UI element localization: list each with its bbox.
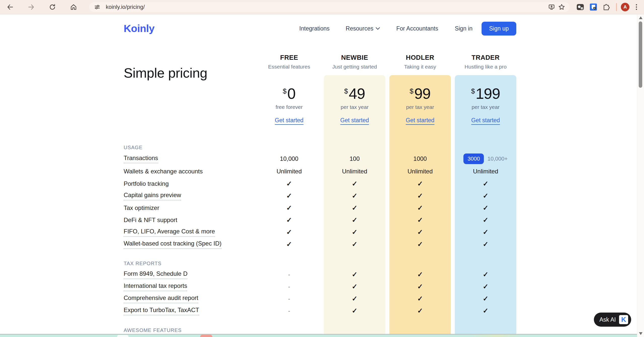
nav-for-accountants-label: For Accountants	[396, 25, 438, 32]
get-started-link-hodler[interactable]: Get started	[406, 117, 434, 124]
site-info-icon[interactable]	[92, 2, 102, 12]
check-icon: ✓	[352, 307, 358, 315]
feature-label: Portfolio tracking	[124, 180, 169, 187]
feature-value-newbie: ✓	[324, 293, 385, 305]
section-header-tax-reports: TAX REPORTS	[124, 258, 516, 268]
feature-value-newbie: ✓	[324, 226, 385, 238]
sign-up-button[interactable]: Sign up	[482, 22, 516, 36]
plan-cta-cell-free: Get started	[258, 113, 320, 131]
nav-for-accountants[interactable]: For Accountants	[396, 25, 438, 32]
feature-value-hodler: ✓	[389, 281, 451, 293]
feature-value-newbie: ✓	[324, 190, 385, 202]
forward-button[interactable]	[26, 2, 37, 13]
check-icon: ✓	[417, 307, 423, 315]
extension-password-button[interactable]	[588, 2, 598, 12]
reload-button[interactable]	[47, 2, 58, 13]
plan-header-trader: TRADERHustling like a pro	[455, 52, 516, 75]
feature-label-tooltip[interactable]: Wallet-based cost tracking (Spec ID)	[124, 240, 222, 249]
check-icon: ✓	[286, 204, 292, 212]
feature-label-tooltip[interactable]: International tax reports	[124, 282, 187, 291]
peek-red-element	[200, 335, 212, 337]
transactions-option-more[interactable]: 10,000+	[487, 156, 507, 162]
plan-price-hodler: $99per tax year	[389, 75, 451, 113]
sign-in-link[interactable]: Sign in	[455, 25, 472, 32]
feature-value-newbie: ✓	[324, 214, 385, 226]
currency-symbol: $	[344, 87, 348, 95]
price-amount: 49	[349, 86, 365, 101]
section-title: USAGE	[124, 145, 143, 150]
home-button[interactable]	[68, 2, 79, 13]
feature-label-tooltip[interactable]: Transactions	[124, 155, 158, 163]
feature-label-tooltip[interactable]: Capital gains preview	[124, 192, 181, 200]
feature-row-capital-gains-preview: Capital gains preview	[124, 190, 254, 202]
plan-cta-cell-newbie: Get started	[324, 113, 385, 131]
ask-ai-label: Ask AI	[599, 316, 616, 323]
check-icon: ✓	[417, 216, 423, 224]
forward-arrow-icon	[28, 4, 35, 11]
install-app-button[interactable]	[547, 2, 557, 12]
feature-value-free: ✓	[258, 178, 320, 190]
feature-value-hodler: ✓	[389, 226, 451, 238]
feature-value-newbie: ✓	[324, 268, 385, 281]
feature-value-free: 10,000	[258, 152, 320, 165]
section-title: TAX REPORTS	[124, 261, 161, 266]
ask-ai-button[interactable]: Ask AI K	[594, 313, 631, 327]
row-spacer	[124, 131, 516, 142]
url-text[interactable]: koinly.io/pricing/	[106, 4, 145, 10]
extensions-puzzle-button[interactable]	[601, 2, 612, 12]
feature-value-free: -	[258, 305, 320, 317]
feature-value-hodler: ✓	[389, 238, 451, 250]
feature-value-newbie: ✓	[324, 202, 385, 214]
koinly-logo[interactable]: Koinly	[124, 23, 154, 35]
get-started-link-trader[interactable]: Get started	[471, 117, 500, 124]
check-icon: ✓	[417, 240, 423, 248]
browser-menu-button[interactable]	[632, 2, 641, 12]
feature-value-trader: ✓	[455, 190, 516, 202]
next-section-peek	[0, 334, 637, 337]
nav-resources[interactable]: Resources	[346, 25, 380, 32]
check-icon: ✓	[352, 216, 358, 224]
page-scrollbar[interactable]	[637, 14, 644, 337]
plan-subtitle: Taking it easy	[404, 64, 436, 70]
feature-value-trader: ✓	[455, 268, 516, 281]
scroll-up-arrow-icon[interactable]	[639, 16, 642, 19]
nav-integrations[interactable]: Integrations	[299, 25, 329, 32]
feature-value-newbie: Unlimited	[324, 165, 385, 178]
transactions-chip-selected[interactable]: 3000	[463, 154, 484, 164]
value-text: 100	[350, 155, 360, 162]
feature-row-wallet-based-cost-tracking-spec-id: Wallet-based cost tracking (Spec ID)	[124, 238, 254, 250]
feature-value-free: ✓	[258, 238, 320, 250]
feature-value-newbie: ✓	[324, 281, 385, 293]
extension-recorder-button[interactable]	[575, 2, 585, 12]
feature-value-trader: ✓	[455, 238, 516, 250]
install-icon	[548, 4, 555, 11]
feature-value-trader: ✓	[455, 178, 516, 190]
feature-value-hodler: ✓	[389, 178, 451, 190]
feature-label-tooltip[interactable]: Comprehensive audit report	[124, 294, 198, 303]
feature-label-tooltip[interactable]: FIFO, LIFO, Average Cost & more	[124, 228, 215, 237]
check-icon: ✓	[417, 180, 423, 188]
address-bar[interactable]: koinly.io/pricing/	[89, 2, 570, 12]
bookmark-star-button[interactable]	[557, 2, 567, 12]
price-amount: 199	[476, 86, 500, 101]
profile-avatar[interactable]: A	[621, 3, 629, 11]
feature-row-defi-nft-support: DeFi & NFT support	[124, 214, 254, 226]
scrollbar-thumb[interactable]	[639, 21, 642, 88]
get-started-link-free[interactable]: Get started	[275, 117, 303, 124]
feature-row-international-tax-reports: International tax reports	[124, 281, 254, 293]
plan-cta-cell-hodler: Get started	[389, 113, 451, 131]
app: { "browser": { "url": "koinly.io/pricing…	[0, 0, 644, 337]
back-button[interactable]	[5, 2, 16, 13]
plan-name: FREE	[280, 54, 298, 62]
scroll-down-arrow-icon[interactable]	[639, 332, 642, 335]
feature-value-trader: 300010,000+	[455, 152, 516, 165]
feature-label-tooltip[interactable]: Export to TurboTax, TaxACT	[124, 307, 199, 315]
check-icon: ✓	[483, 240, 489, 248]
get-started-link-newbie[interactable]: Get started	[340, 117, 369, 124]
price: $0	[283, 86, 295, 101]
plan-header-free: FREEEssential features	[258, 52, 320, 75]
extension-password-icon	[589, 3, 598, 11]
feature-label-tooltip[interactable]: Form 8949, Schedule D	[124, 270, 187, 279]
main-nav: Integrations Resources For Accountants	[299, 25, 438, 32]
feature-value-free: ✓	[258, 202, 320, 214]
